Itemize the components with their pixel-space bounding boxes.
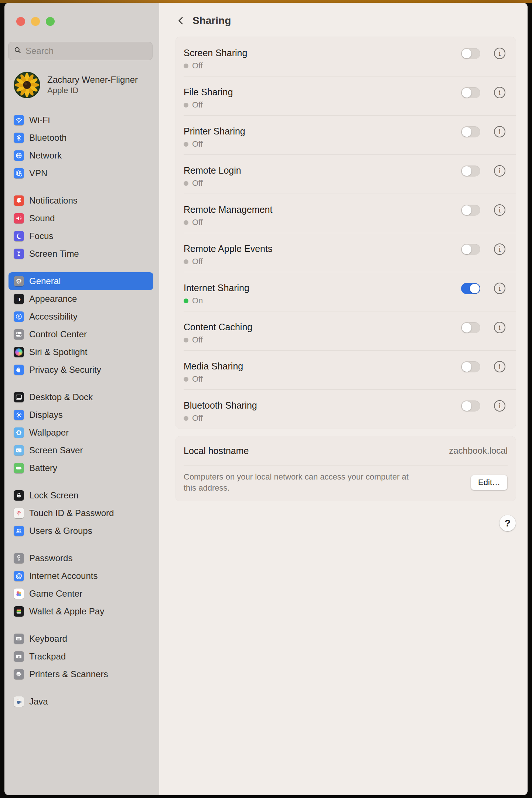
sidebar-item-control-center[interactable]: Control Center bbox=[8, 325, 153, 343]
service-info: Media SharingOff bbox=[184, 350, 243, 384]
game-bubbles-icon bbox=[14, 589, 24, 599]
sidebar-item-label: Bluetooth bbox=[29, 133, 66, 143]
info-button-remote-login[interactable]: i bbox=[494, 165, 505, 177]
sidebar-item-wallet[interactable]: Wallet & Apple Pay bbox=[8, 603, 153, 620]
sidebar-item-label: Battery bbox=[29, 463, 57, 473]
info-button-remote-apple-events[interactable]: i bbox=[494, 243, 505, 255]
zoom-button[interactable] bbox=[46, 17, 55, 26]
sidebar-item-internet-accounts[interactable]: @Internet Accounts bbox=[8, 567, 153, 585]
bell-icon bbox=[14, 195, 24, 206]
close-button[interactable] bbox=[16, 17, 25, 26]
toggle-file-sharing[interactable] bbox=[461, 87, 480, 98]
sidebar-item-network[interactable]: Network bbox=[8, 147, 153, 164]
sidebar-item-vpn[interactable]: VPN bbox=[8, 164, 153, 182]
pane-header: Sharing bbox=[175, 14, 516, 27]
fingerprint-icon bbox=[14, 508, 24, 518]
sidebar-item-users-groups[interactable]: Users & Groups bbox=[8, 522, 153, 540]
status-text: Off bbox=[192, 374, 203, 384]
toggle-bluetooth-sharing[interactable] bbox=[461, 400, 480, 412]
sidebar-item-label: Screen Saver bbox=[29, 445, 83, 456]
service-name: Media Sharing bbox=[184, 361, 243, 372]
trackpad-icon bbox=[14, 651, 24, 662]
sidebar-item-label: Trackpad bbox=[29, 651, 66, 662]
sidebar-item-focus[interactable]: Focus bbox=[8, 227, 153, 245]
info-button-remote-management[interactable]: i bbox=[494, 204, 505, 216]
sidebar-item-lock-screen[interactable]: Lock Screen bbox=[8, 487, 153, 504]
hostname-value: zachbook.local bbox=[449, 446, 508, 456]
sidebar-item-touch-id[interactable]: Touch ID & Password bbox=[8, 504, 153, 522]
search-input[interactable]: Search bbox=[8, 42, 153, 60]
window-controls bbox=[4, 3, 159, 26]
sidebar-item-wifi[interactable]: Wi-Fi bbox=[8, 111, 153, 129]
sidebar-item-desktop-dock[interactable]: Desktop & Dock bbox=[8, 388, 153, 406]
service-info: Remote Apple EventsOff bbox=[184, 233, 272, 266]
sidebar-item-trackpad[interactable]: Trackpad bbox=[8, 648, 153, 665]
system-settings-window: Search Zachary Wener-Fligner Apple ID bbox=[4, 3, 528, 795]
sidebar-item-notifications[interactable]: Notifications bbox=[8, 192, 153, 209]
info-button-bluetooth-sharing[interactable]: i bbox=[494, 400, 505, 412]
toggle-remote-management[interactable] bbox=[461, 205, 480, 216]
gear-icon: ⚙ bbox=[14, 276, 24, 286]
sidebar-item-java[interactable]: Java bbox=[8, 693, 153, 710]
sidebar-item-battery[interactable]: Battery bbox=[8, 459, 153, 477]
service-info: Content CachingOff bbox=[184, 311, 252, 345]
sidebar-item-accessibility[interactable]: Accessibility bbox=[8, 308, 153, 325]
sidebar-item-privacy-security[interactable]: Privacy & Security bbox=[8, 361, 153, 379]
toggle-internet-sharing[interactable] bbox=[461, 283, 480, 294]
info-button-media-sharing[interactable]: i bbox=[494, 361, 505, 372]
service-status: Off bbox=[184, 257, 272, 266]
toggle-content-caching[interactable] bbox=[461, 322, 480, 333]
sidebar-item-label: Lock Screen bbox=[29, 490, 78, 501]
apple-id-profile[interactable]: Zachary Wener-Fligner Apple ID bbox=[14, 72, 156, 98]
sharing-services-list: Screen SharingOffiFile SharingOffiPrinte… bbox=[175, 37, 516, 429]
sidebar-item-label: Privacy & Security bbox=[29, 365, 101, 375]
sidebar-item-screen-saver[interactable]: Screen Saver bbox=[8, 441, 153, 459]
service-row-screen-sharing: Screen SharingOffi bbox=[175, 37, 516, 76]
info-button-content-caching[interactable]: i bbox=[494, 322, 505, 333]
service-controls: i bbox=[461, 311, 505, 333]
toggle-printer-sharing[interactable] bbox=[461, 126, 480, 137]
sidebar-item-label: Game Center bbox=[29, 589, 82, 599]
toggle-knob bbox=[462, 245, 471, 254]
back-button[interactable] bbox=[175, 15, 187, 27]
sidebar-item-label: Passwords bbox=[29, 553, 72, 563]
sidebar-item-keyboard[interactable]: Keyboard bbox=[8, 630, 153, 648]
service-row-internet-sharing: Internet SharingOni bbox=[175, 272, 516, 311]
avatar bbox=[14, 72, 40, 98]
sidebar-item-siri-spotlight[interactable]: Siri & Spotlight bbox=[8, 343, 153, 361]
info-button-printer-sharing[interactable]: i bbox=[494, 126, 505, 137]
service-controls: i bbox=[461, 389, 505, 412]
service-info: Internet SharingOn bbox=[184, 272, 249, 306]
edit-hostname-button[interactable]: Edit… bbox=[471, 475, 508, 490]
minimize-button[interactable] bbox=[31, 17, 40, 26]
info-button-internet-sharing[interactable]: i bbox=[494, 283, 505, 294]
sidebar-item-sound[interactable]: Sound bbox=[8, 209, 153, 227]
sidebar-item-appearance[interactable]: ◑Appearance bbox=[8, 290, 153, 308]
keyboard-icon bbox=[14, 634, 24, 644]
sidebar-item-bluetooth[interactable]: Bluetooth bbox=[8, 129, 153, 147]
toggle-media-sharing[interactable] bbox=[461, 361, 480, 372]
sidebar-item-game-center[interactable]: Game Center bbox=[8, 585, 153, 603]
sidebar-item-passwords[interactable]: Passwords bbox=[8, 549, 153, 567]
sidebar-item-wallpaper[interactable]: Wallpaper bbox=[8, 424, 153, 441]
hostname-label: Local hostname bbox=[184, 446, 249, 456]
sidebar-item-printers[interactable]: Printers & Scanners bbox=[8, 665, 153, 683]
status-dot-icon bbox=[184, 181, 188, 186]
sidebar-group: Lock ScreenTouch ID & PasswordUsers & Gr… bbox=[4, 487, 159, 540]
sidebar-item-screen-time[interactable]: Screen Time bbox=[8, 245, 153, 263]
status-dot-icon bbox=[184, 299, 188, 303]
toggle-remote-apple-events[interactable] bbox=[461, 244, 480, 255]
sidebar-group: NotificationsSoundFocusScreen Time bbox=[4, 192, 159, 263]
toggle-remote-login[interactable] bbox=[461, 166, 480, 177]
coffee-cup-icon bbox=[14, 696, 24, 707]
hostname-description: Computers on your local network can acce… bbox=[184, 471, 413, 494]
sidebar-item-displays[interactable]: Displays bbox=[8, 406, 153, 424]
service-name: Remote Apple Events bbox=[184, 243, 272, 254]
toggle-knob bbox=[462, 362, 471, 372]
help-button[interactable]: ? bbox=[499, 515, 516, 531]
toggle-knob bbox=[462, 127, 471, 137]
info-button-screen-sharing[interactable]: i bbox=[494, 48, 505, 59]
info-button-file-sharing[interactable]: i bbox=[494, 87, 505, 98]
toggle-screen-sharing[interactable] bbox=[461, 48, 480, 59]
sidebar-item-general[interactable]: ⚙General bbox=[8, 272, 153, 290]
